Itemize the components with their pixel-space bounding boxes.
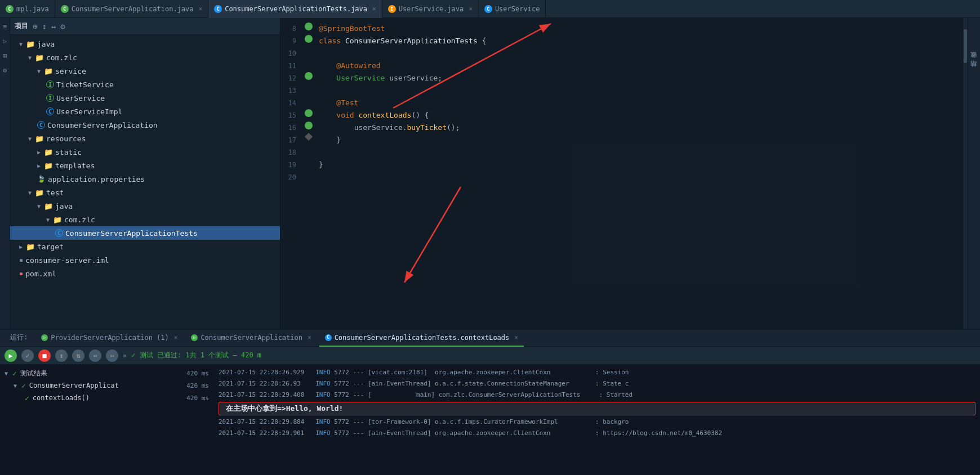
folder-icon-target: 📁 (26, 243, 35, 251)
chevron-consumer-app: ▼ (14, 383, 17, 389)
line-num-15: 15 (280, 109, 303, 122)
log-panel: 2021-07-15 22:28:26.929 INFO 5772 --- [v… (214, 365, 980, 475)
test-item-context-loads[interactable]: ✓ contextLoads() 420 ms (0, 392, 213, 404)
tree-item-target[interactable]: ▶ 📁 target (10, 240, 280, 253)
tree-label-app-properties: application.properties (48, 175, 145, 183)
file-icon-consumer-server-tests: C (55, 229, 63, 237)
run-icon[interactable]: ▷ (3, 37, 7, 45)
folder-icon-com-zlc: 📁 (35, 53, 44, 62)
log-line-4: 2021-07-15 22:28:29.884 INFO 5772 --- [t… (214, 416, 980, 428)
run-check-button[interactable]: ✓ (21, 349, 34, 362)
tab-consumer-tests[interactable]: C ConsumerServerApplicationTests.java ✕ (208, 0, 382, 18)
test-item-results[interactable]: ▼ ✓ 测试结果 420 ms (0, 367, 213, 379)
bottom-tab-context-loads[interactable]: C ConsumerServerApplicationTests.context… (319, 330, 524, 347)
bottom-tab-provider[interactable]: ▷ ProviderServerApplication (1) ✕ (35, 330, 183, 347)
code-line-8: 8 @SpringBootTest (280, 23, 963, 35)
tab-close-user-service[interactable]: ✕ (469, 5, 473, 12)
code-line-19: 19 } (280, 159, 963, 171)
run-expand-button[interactable]: ↔ (89, 349, 101, 362)
tree-item-templates[interactable]: ▶ 📁 templates (10, 159, 280, 172)
tab-label-mpl: mpl.java (16, 5, 49, 13)
toolbar-icon-3[interactable]: ↔ (51, 22, 56, 31)
tab-user-service2[interactable]: C UserService (479, 0, 546, 18)
menu-icon[interactable]: ≡ (3, 23, 7, 30)
log-line-2: 2021-07-15 22:28:26.93 INFO 5772 --- [ai… (214, 378, 980, 389)
run-play-button[interactable]: ▶ (5, 349, 17, 362)
code-line-17: 17 } (280, 134, 963, 146)
test-check-consumer-app: ✓ (21, 382, 26, 390)
code-line-13: 13 (280, 84, 963, 97)
tree-item-consumer-server-tests[interactable]: C ConsumerServerApplicationTests (10, 226, 280, 240)
tree-item-com-zlc[interactable]: ▼ 📁 com.zlc (10, 51, 280, 64)
bottom-tab-close-context-loads[interactable]: ✕ (514, 334, 518, 341)
code-line-14: 14 @Test (280, 97, 963, 109)
line-num-17: 17 (280, 134, 303, 146)
line-num-16: 16 (280, 122, 303, 134)
tab-consumer-app[interactable]: C ConsumerServerApplication.java ✕ (55, 0, 208, 18)
toolbar-icon-2[interactable]: ↕ (42, 22, 46, 31)
folder-icon-templates: 📁 (44, 162, 53, 170)
test-item-consumer-app[interactable]: ▼ ✓ ConsumerServerApplicat 420 ms (0, 379, 213, 392)
scrollbar-area[interactable] (963, 18, 968, 329)
settings-icon[interactable]: ⚙ (3, 66, 7, 74)
tab-close-consumer-tests[interactable]: ✕ (372, 5, 376, 12)
toolbar-icon-settings[interactable]: ⚙ (60, 22, 65, 31)
line-code-17: } (314, 134, 963, 146)
tree-item-ticket-service[interactable]: I TicketService (10, 78, 280, 91)
test-label-context-loads: contextLoads() (33, 394, 90, 402)
tree-item-service[interactable]: ▼ 📁 service (10, 64, 280, 78)
tree-item-java[interactable]: ▼ 📁 java (10, 37, 280, 51)
log-line-1: 2021-07-15 22:28:26.929 INFO 5772 --- [v… (214, 367, 980, 378)
bottom-tab-close-consumer[interactable]: ✕ (308, 334, 311, 341)
test-time-consumer-app: 420 ms (186, 382, 209, 389)
content-area: ≡ ▷ ⊞ ⚙ 项目 ⊕ ↕ ↔ ⚙ ▼ 📁 java (0, 18, 980, 329)
tree-label-service: service (55, 67, 86, 75)
tab-close-consumer-app[interactable]: ✕ (199, 5, 203, 12)
tab-icon-context-loads: C (325, 334, 332, 341)
tab-user-service[interactable]: I UserService.java ✕ (382, 0, 479, 18)
tree-item-user-service-impl[interactable]: C UserServiceImpl (10, 105, 280, 118)
bottom-tab-close-provider[interactable]: ✕ (174, 334, 178, 341)
line-num-9: 9 (280, 35, 303, 47)
line-num-11: 11 (280, 60, 303, 72)
run-sort-button[interactable]: ↕ (55, 349, 68, 362)
run-sort2-button[interactable]: ⇅ (72, 349, 84, 362)
bottom-tab-consumer[interactable]: ▷ ConsumerServerApplication ✕ (185, 330, 317, 347)
bottom-tab-bar: 运行: ▷ ProviderServerApplication (1) ✕ ▷ … (0, 330, 980, 347)
code-line-12: 12 UserService userService; (280, 72, 963, 84)
code-line-15: 15 void contextLoads() { (280, 109, 963, 122)
tree-item-pom[interactable]: ▪ pom.xml (10, 267, 280, 280)
tree-item-resources[interactable]: ▼ 📁 resources (10, 132, 280, 145)
toolbar-icon-1[interactable]: ⊕ (33, 22, 37, 31)
tree-item-iml[interactable]: ▪ consumer-server.iml (10, 253, 280, 267)
gutter-15 (303, 109, 314, 117)
folder-icon-resources: 📁 (35, 135, 44, 143)
tree-item-test-com-zlc[interactable]: ▼ 📁 com.zlc (10, 213, 280, 226)
bottom-tab-label-provider: ProviderServerApplication (1) (51, 334, 169, 342)
test-check-results: ✓ (12, 369, 17, 378)
left-icon-panel: ≡ ▷ ⊞ ⚙ (0, 18, 10, 329)
chevron-test-java: ▼ (37, 203, 41, 209)
gutter-icon-17 (305, 133, 313, 141)
grid-icon[interactable]: ⊞ (3, 52, 7, 60)
tab-mpl[interactable]: C mpl.java (0, 0, 55, 18)
tree-item-static[interactable]: ▶ 📁 static (10, 145, 280, 159)
scrollbar-thumb[interactable] (964, 29, 967, 63)
tree-item-user-service[interactable]: I UserService (10, 91, 280, 105)
line-num-13: 13 (280, 84, 303, 97)
line-code-9: class ConsumerServerApplicationTests { (314, 35, 963, 47)
file-icon-user-service: I (46, 94, 54, 102)
tree-item-test[interactable]: ▼ 📁 test (10, 186, 280, 199)
tree-label-target: target (37, 243, 64, 251)
run-collapse-button[interactable]: ↔ (106, 349, 118, 362)
file-icon-app-properties: 🍃 (37, 175, 46, 183)
tree-item-consumer-server-app[interactable]: C ConsumerServerApplication (10, 118, 280, 132)
run-stop-button[interactable]: ■ (38, 349, 51, 362)
tree-item-test-java[interactable]: ▼ 📁 java (10, 199, 280, 213)
chevron-test-results: ▼ (5, 370, 8, 377)
test-time-context-loads: 420 ms (186, 395, 209, 402)
sidebar: 项目 ⊕ ↕ ↔ ⚙ ▼ 📁 java ▼ 📁 com.zlc (10, 18, 280, 329)
code-content[interactable]: 8 @SpringBootTest 9 class ConsumerServer… (280, 18, 963, 329)
tree-item-app-properties[interactable]: 🍃 application.properties (10, 172, 280, 186)
code-line-11: 11 @Autowired (280, 60, 963, 72)
